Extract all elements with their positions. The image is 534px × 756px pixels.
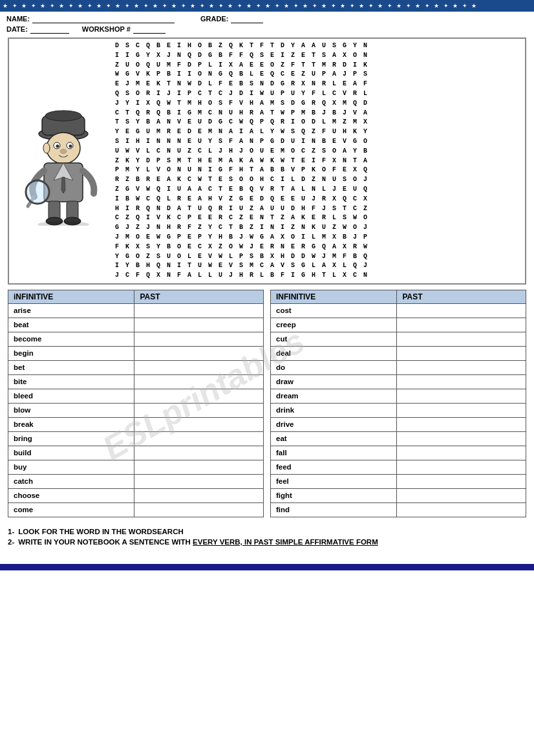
past-cell[interactable]: [134, 403, 264, 417]
past-cell[interactable]: [134, 502, 264, 517]
infinitive-cell: deal: [271, 346, 397, 360]
infinitive-cell: blow: [8, 403, 134, 417]
grade-input[interactable]: [231, 14, 263, 23]
vocab-row: fall: [271, 446, 526, 460]
grid-row: J C F Q X N F A L L U J H R L B F I G H …: [115, 271, 516, 281]
infinitive-cell: find: [271, 502, 397, 517]
past-cell[interactable]: [134, 474, 264, 488]
vocab-row: choose: [8, 488, 264, 502]
past-cell[interactable]: [397, 346, 526, 360]
date-input[interactable]: [30, 25, 69, 34]
name-label: NAME:: [6, 15, 30, 23]
header: NAME: GRADE: DATE: WORKSHOP #: [0, 12, 534, 35]
page-wrapper: NAME: GRADE: DATE: WORKSHOP #: [0, 0, 534, 756]
past-cell[interactable]: [134, 389, 264, 403]
left-col2-header: PAST: [134, 290, 264, 303]
bottom-border: [0, 564, 534, 570]
vocab-row: drink: [271, 403, 526, 417]
past-cell[interactable]: [134, 417, 264, 431]
grid-row: Q S O R I J I P C T C J D I W U P U Y F …: [115, 89, 516, 99]
infinitive-cell: catch: [8, 474, 134, 488]
vocab-table-right: INFINITIVE PAST costcreepcutdealdodrawdr…: [270, 290, 526, 517]
vocab-row: buy: [8, 460, 264, 474]
infinitive-cell: draw: [271, 374, 397, 389]
infinitive-cell: creep: [271, 318, 397, 332]
past-cell[interactable]: [134, 318, 264, 332]
past-cell[interactable]: [397, 488, 526, 502]
svg-point-6: [56, 144, 59, 147]
past-cell[interactable]: [134, 332, 264, 346]
vocab-row: creep: [271, 318, 526, 332]
name-input[interactable]: [32, 14, 175, 23]
vocab-table-left: iNFINITIVE PAST arisebeatbecomebeginbetb…: [8, 290, 264, 517]
vocab-row: cut: [271, 332, 526, 346]
past-cell[interactable]: [134, 346, 264, 360]
right-col1-header: INFINITIVE: [271, 290, 397, 303]
past-cell[interactable]: [397, 374, 526, 389]
grid-row: P M Y L V O N U N I G F H T A B B V P K …: [115, 166, 516, 175]
past-cell[interactable]: [397, 431, 526, 446]
infinitive-cell: fall: [271, 446, 397, 460]
past-cell[interactable]: [397, 417, 526, 431]
vocab-row: fight: [271, 488, 526, 502]
grid-row: Z K Y D P S M T H E M A K A W K W T E I …: [115, 157, 516, 166]
instruction-1-num: 1-: [8, 528, 14, 535]
vocab-row: find: [271, 502, 526, 517]
infinitive-cell: become: [8, 332, 134, 346]
vocab-row: eat: [271, 431, 526, 446]
past-cell[interactable]: [397, 332, 526, 346]
vocab-row: cost: [271, 303, 526, 318]
grid-row: Y E G U M R E D E M N A I A L Y W S Q Z …: [115, 127, 516, 137]
vocab-row: deal: [271, 346, 526, 360]
vocab-row: bring: [8, 431, 264, 446]
past-cell[interactable]: [134, 360, 264, 374]
detective-image: [18, 41, 109, 281]
infinitive-cell: cost: [271, 303, 397, 318]
vocab-row: bite: [8, 374, 264, 389]
infinitive-cell: bring: [8, 431, 134, 446]
workshop-input[interactable]: [133, 25, 166, 34]
workshop-field: WORKSHOP #: [82, 25, 166, 34]
vocab-row: break: [8, 417, 264, 431]
infinitive-cell: eat: [271, 431, 397, 446]
past-cell[interactable]: [134, 488, 264, 502]
grid-row: C T Q R Q B I G M C N U H R A T W P M B …: [115, 109, 516, 118]
past-cell[interactable]: [397, 389, 526, 403]
grid-row: Z G V W Q I U A A C T E B Q V R T A L N …: [115, 185, 516, 195]
infinitive-cell: drive: [271, 417, 397, 431]
grid-row: I I G Y X J N Q D G B F F Q S E I Z E T …: [115, 51, 516, 61]
svg-point-9: [43, 143, 50, 153]
svg-point-7: [69, 144, 72, 147]
name-field: NAME:: [6, 14, 175, 23]
grid-row: G J Z J N H R F Z Y C T B Z I N I Z N K …: [115, 223, 516, 233]
infinitive-cell: begin: [8, 346, 134, 360]
past-cell[interactable]: [397, 318, 526, 332]
past-cell[interactable]: [134, 303, 264, 318]
left-col1-header: iNFINITIVE: [8, 290, 134, 303]
svg-point-12: [26, 180, 49, 204]
grade-label: GRADE:: [200, 15, 228, 23]
grid-row: H I R Q N D A T U Q R I U Z A U U D H F …: [115, 204, 516, 214]
wordsearch-grid: D S C Q B E I H O B Z Q K T F T D Y A A …: [115, 41, 516, 281]
past-cell[interactable]: [397, 403, 526, 417]
detective-svg: [21, 96, 105, 226]
past-cell[interactable]: [397, 502, 526, 517]
infinitive-cell: feed: [271, 460, 397, 474]
vocab-section: iNFINITIVE PAST arisebeatbecomebeginbetb…: [0, 287, 534, 523]
grade-field: GRADE:: [200, 14, 263, 23]
past-cell[interactable]: [397, 474, 526, 488]
infinitive-cell: choose: [8, 488, 134, 502]
svg-point-2: [45, 111, 81, 121]
past-cell[interactable]: [134, 374, 264, 389]
past-cell[interactable]: [134, 460, 264, 474]
infinitive-cell: do: [271, 360, 397, 374]
past-cell[interactable]: [397, 303, 526, 318]
past-cell[interactable]: [134, 446, 264, 460]
vocab-row: catch: [8, 474, 264, 488]
past-cell[interactable]: [397, 460, 526, 474]
past-cell[interactable]: [397, 446, 526, 460]
past-cell[interactable]: [134, 431, 264, 446]
date-label: DATE:: [6, 25, 28, 33]
grid-row: T S Y B A N V E U D G C W Q P Q R I O D …: [115, 118, 516, 127]
past-cell[interactable]: [397, 360, 526, 374]
